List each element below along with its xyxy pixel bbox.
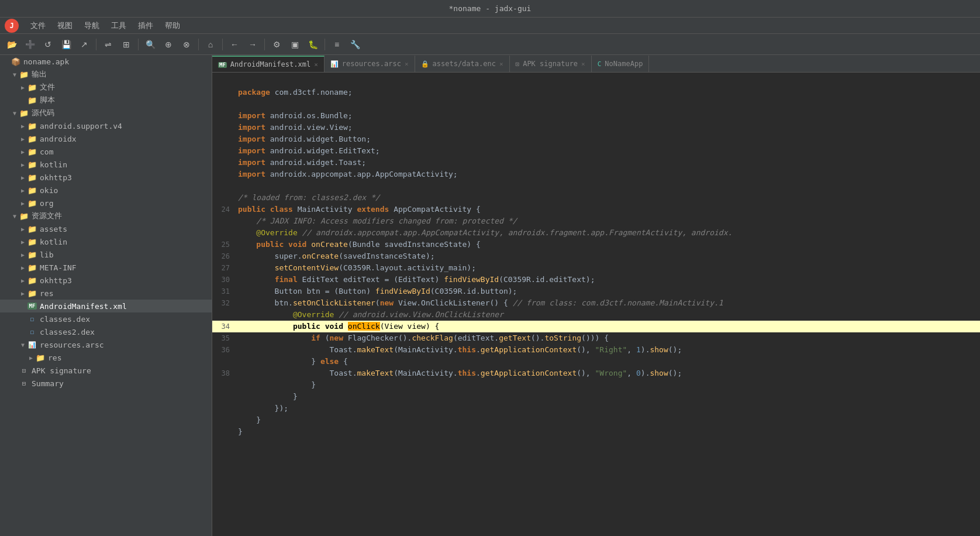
tab-icon-tab-apk-signature: ⊡: [516, 60, 520, 68]
menu-item-工具[interactable]: 工具: [106, 19, 131, 32]
home-btn[interactable]: ⌂: [202, 36, 219, 53]
sidebar-item-res2[interactable]: ▶📁res: [0, 351, 212, 364]
open-file-btn[interactable]: 📂: [4, 36, 20, 53]
save-btn[interactable]: 💾: [58, 36, 74, 53]
sidebar-item-okhttp3-2[interactable]: ▶📁okhttp3: [0, 274, 212, 287]
export-btn[interactable]: ↗: [76, 36, 92, 53]
back-btn[interactable]: ←: [226, 36, 243, 53]
search2-btn[interactable]: ⊗: [178, 36, 195, 53]
tree-label: META-INF: [40, 263, 77, 272]
menu-item-文件[interactable]: 文件: [26, 19, 50, 32]
tab-close-tab-androidmanifest[interactable]: ×: [314, 61, 318, 68]
sidebar-item-noname-apk[interactable]: 📦noname.apk: [0, 55, 212, 68]
sidebar-item-files[interactable]: ▶📁文件: [0, 81, 212, 94]
forward-btn[interactable]: →: [244, 36, 261, 53]
tab-tab-assets-data-enc[interactable]: 🔒assets/data.enc×: [415, 56, 510, 72]
sidebar-item-androidx[interactable]: ▶📁androidx: [0, 132, 212, 145]
sidebar-item-okhttp3[interactable]: ▶📁okhttp3: [0, 171, 212, 184]
line-content: });: [236, 403, 980, 414]
code-line: /* JADX INFO: Access modifiers changed f…: [212, 215, 980, 227]
menu-item-帮助[interactable]: 帮助: [160, 19, 185, 32]
add-file-btn[interactable]: ➕: [22, 36, 38, 53]
sidebar-item-androidmanifest[interactable]: MFAndroidManifest.xml: [0, 300, 212, 312]
sidebar-item-assets[interactable]: ▶📁assets: [0, 222, 212, 235]
sidebar-item-source-code[interactable]: ▼📁源代码: [0, 106, 212, 119]
tab-icon-tab-resources-arsc: 📊: [330, 60, 339, 68]
sidebar-item-res[interactable]: ▶📁res: [0, 287, 212, 300]
tab-close-tab-resources-arsc[interactable]: ×: [405, 60, 409, 68]
sidebar-item-com[interactable]: ▶📁com: [0, 145, 212, 158]
line-number: 35: [212, 332, 236, 344]
tab-tab-nonameapp[interactable]: CNoNameApp: [592, 56, 650, 72]
tree-icon: 📁: [27, 135, 37, 143]
sidebar-item-output[interactable]: ▼📁输出: [0, 68, 212, 81]
tree-icon: ⊟: [19, 379, 29, 387]
window-title: *noname - jadx-gui: [449, 4, 532, 13]
tab-icon-tab-assets-data-enc: 🔒: [421, 60, 429, 68]
tree-label: noname.apk: [23, 57, 69, 66]
tree-label: classes2.dex: [40, 328, 95, 336]
debug-btn[interactable]: 🐛: [305, 36, 321, 53]
tab-close-tab-assets-data-enc[interactable]: ×: [499, 60, 503, 68]
line-content: btn.setOnClickListener(new View.OnClickL…: [236, 297, 980, 309]
code-line: 25 public void onCreate(Bundle savedInst…: [212, 239, 980, 250]
sidebar-item-lib[interactable]: ▶📁lib: [0, 248, 212, 261]
line-content: @Override // androidx.appcompat.app.AppC…: [236, 227, 980, 239]
sidebar-item-summary[interactable]: ⊟Summary: [0, 377, 212, 390]
sidebar-item-android-support-v4[interactable]: ▶📁android.support.v4: [0, 119, 212, 132]
menu-item-导航[interactable]: 导航: [80, 19, 104, 32]
search-zoom-btn[interactable]: ⊕: [160, 36, 177, 53]
tree-label: android.support.v4: [40, 122, 122, 130]
log-btn[interactable]: ≡: [329, 36, 345, 53]
line-number: 38: [212, 367, 236, 379]
code-line: @Override // android.view.View.OnClickLi…: [212, 309, 980, 321]
toolbar-separator: [325, 39, 325, 50]
line-number: 31: [212, 286, 236, 297]
sidebar-item-classes-dex[interactable]: ◻classes.dex: [0, 312, 212, 325]
code-line: }: [212, 426, 980, 438]
format-btn[interactable]: ⇌: [100, 36, 116, 53]
sidebar-item-meta-inf[interactable]: ▶📁META-INF: [0, 261, 212, 274]
tab-tab-apk-signature[interactable]: ⊡APK signature×: [510, 56, 592, 72]
search-btn[interactable]: 🔍: [142, 36, 158, 53]
grid-btn[interactable]: ⊞: [118, 36, 134, 53]
sidebar-item-okio[interactable]: ▶📁okio: [0, 184, 212, 197]
tab-label-tab-nonameapp: NoNameApp: [605, 60, 643, 68]
tree-icon: 📁: [27, 147, 37, 156]
tree-label: lib: [40, 250, 53, 259]
line-number: 27: [212, 262, 236, 274]
tab-tab-androidmanifest[interactable]: MFAndroidManifest.xml×: [212, 56, 325, 72]
tab-close-tab-apk-signature[interactable]: ×: [581, 60, 585, 68]
sidebar-item-classes2-dex[interactable]: ◻classes2.dex: [0, 325, 212, 338]
sidebar-item-kotlin[interactable]: ▶📁kotlin: [0, 158, 212, 171]
code-line: import android.widget.Toast;: [212, 157, 980, 169]
settings-btn[interactable]: 🔧: [347, 36, 363, 53]
sidebar-item-scripts[interactable]: 📁脚本: [0, 94, 212, 106]
tree-arrow: ▶: [19, 122, 27, 130]
line-content: }: [236, 379, 980, 391]
run-config-btn[interactable]: ⚙: [268, 36, 285, 53]
sidebar-item-kotlin2[interactable]: ▶📁kotlin: [0, 235, 212, 248]
line-number: 25: [212, 239, 236, 250]
line-content: import android.widget.EditText;: [236, 145, 980, 157]
decompile-btn[interactable]: ▣: [287, 36, 303, 53]
menu-item-插件[interactable]: 插件: [133, 19, 158, 32]
tree-icon: 📁: [19, 212, 29, 220]
code-line: [212, 75, 980, 87]
tree-icon: 📁: [27, 186, 37, 194]
line-content: import androidx.appcompat.app.AppCompatA…: [236, 169, 980, 180]
code-editor[interactable]: package com.d3ctf.noname; import android…: [212, 73, 980, 536]
line-content: import android.widget.Toast;: [236, 157, 980, 169]
sidebar-item-resources[interactable]: ▼📁资源文件: [0, 209, 212, 222]
code-line: 24public class MainActivity extends AppC…: [212, 204, 980, 215]
tab-tab-resources-arsc[interactable]: 📊resources.arsc×: [325, 56, 415, 72]
sidebar-item-apk-signature[interactable]: ⊡APK signature: [0, 364, 212, 377]
sidebar-item-resources-arsc[interactable]: ▼📊resources.arsc: [0, 338, 212, 351]
line-content: [236, 180, 980, 192]
line-content: [236, 98, 980, 110]
tab-label-tab-androidmanifest: AndroidManifest.xml: [230, 60, 310, 68]
tree-icon: ◻: [27, 315, 37, 323]
sidebar-item-org[interactable]: ▶📁org: [0, 197, 212, 209]
reload-btn[interactable]: ↺: [40, 36, 56, 53]
menu-item-视图[interactable]: 视图: [53, 19, 77, 32]
